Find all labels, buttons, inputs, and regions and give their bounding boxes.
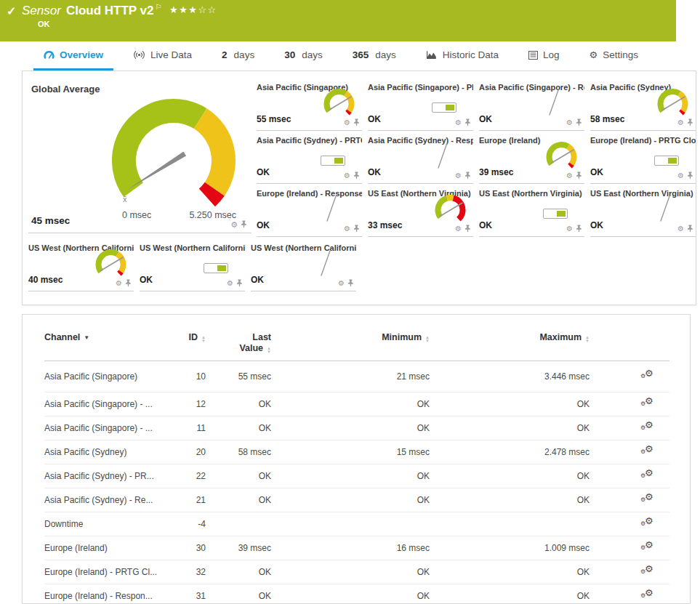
channel-settings-icon[interactable]: ⚙⚙: [640, 370, 655, 382]
settings-icon: ⚙: [590, 50, 598, 60]
toggle-knob: [217, 265, 226, 271]
channel-settings-icon[interactable]: ⚙⚙: [640, 446, 655, 457]
gauge-icon: [44, 50, 55, 60]
tab-overview[interactable]: Overview: [33, 41, 113, 71]
gear-icon[interactable]: ⚙: [344, 119, 350, 126]
gear-icon[interactable]: ⚙: [455, 119, 462, 126]
pin-icon[interactable]: [576, 222, 582, 235]
channel-settings-icon[interactable]: ⚙⚙: [640, 422, 655, 433]
pin-icon[interactable]: [353, 169, 360, 182]
channel-tile[interactable]: Asia Pacific (Sydney) - PRTG ...OK⚙: [257, 134, 362, 184]
gear-icon[interactable]: ⚙: [677, 119, 684, 126]
cell-channel[interactable]: Asia Pacific (Singapore) - ...: [44, 392, 168, 416]
channel-tile[interactable]: US West (Northern California)40 msec⚙: [28, 241, 134, 291]
channel-tile[interactable]: Asia Pacific (Sydney)58 msec⚙: [590, 81, 696, 131]
channel-tile[interactable]: Europe (Ireland) - Response C...OK⚙: [257, 187, 362, 237]
channel-tile[interactable]: Asia Pacific (Singapore)55 msec⚙: [257, 81, 362, 131]
column-header-channel[interactable]: Channel▼: [44, 328, 168, 361]
channel-settings-icon[interactable]: ⚙⚙: [640, 541, 655, 553]
gear-icon[interactable]: ⚙: [116, 280, 122, 287]
cell-maximum: OK: [430, 464, 590, 488]
flag-icon[interactable]: ⚐: [155, 3, 161, 11]
cell-channel[interactable]: Downtime: [44, 512, 168, 536]
gear-icon[interactable]: ⚙: [230, 221, 238, 229]
tile-actions: ⚙: [566, 222, 582, 235]
cell-channel[interactable]: Europe (Ireland) - PRTG Cl...: [44, 560, 168, 584]
channel-settings-icon[interactable]: ⚙⚙: [640, 589, 655, 601]
tab-settings[interactable]: ⚙Settings: [579, 41, 648, 71]
gear-icon[interactable]: ⚙: [677, 172, 684, 180]
tile-value: 55 msec: [257, 114, 291, 124]
channel-settings-icon[interactable]: ⚙⚙: [640, 518, 655, 529]
gear-icon[interactable]: ⚙: [566, 172, 573, 180]
channel-tile[interactable]: US East (Northern Virginia)33 msec⚙: [368, 187, 473, 237]
cell-channel[interactable]: Asia Pacific (Singapore): [44, 361, 168, 392]
pin-icon[interactable]: [125, 277, 132, 290]
tile-actions: ⚙: [455, 169, 471, 182]
tab-live-data[interactable]: Live Data: [123, 41, 202, 71]
gear-icon[interactable]: ⚙: [566, 225, 573, 233]
gear-icon[interactable]: ⚙: [566, 119, 573, 126]
needle-indicator: [435, 140, 454, 171]
cell-id: 10: [168, 361, 206, 392]
pin-icon[interactable]: [576, 116, 582, 129]
pin-icon[interactable]: [353, 222, 360, 235]
channel-tile[interactable]: US West (Northern California)...OK⚙: [251, 241, 356, 291]
needle-indicator: [323, 193, 342, 224]
column-header-last-value[interactable]: LastValue▲▼: [206, 328, 271, 361]
gear-icon[interactable]: ⚙: [455, 225, 462, 233]
cell-channel[interactable]: Asia Pacific (Singapore) - ...: [44, 416, 168, 440]
channel-settings-icon[interactable]: ⚙⚙: [640, 398, 655, 409]
column-header-id[interactable]: ID▲▼: [168, 328, 206, 361]
pin-icon[interactable]: [464, 222, 471, 235]
pin-icon[interactable]: [236, 277, 243, 290]
pin-icon[interactable]: [464, 116, 471, 129]
gear-icon[interactable]: ⚙: [455, 172, 462, 180]
channel-tile[interactable]: Asia Pacific (Sydney) - Respo...OK⚙: [368, 134, 473, 184]
cell-channel[interactable]: Asia Pacific (Sydney): [44, 440, 168, 464]
status-toggle: [543, 209, 568, 219]
pin-icon[interactable]: [687, 116, 693, 129]
needle-indicator: [318, 248, 337, 278]
pin-icon[interactable]: [241, 218, 247, 231]
channel-tile[interactable]: Asia Pacific (Singapore) - PR...OK⚙: [368, 81, 473, 131]
channel-settings-icon[interactable]: ⚙⚙: [640, 494, 655, 505]
cell-channel[interactable]: Asia Pacific (Sydney) - Re...: [44, 488, 168, 512]
channel-tile[interactable]: US East (Northern Virginia) - ...OK⚙: [590, 187, 696, 237]
global-average-tile[interactable]: Global Average x̄ 0 msec 5.250 msec 45 m…: [28, 78, 252, 233]
tab-30-days[interactable]: 30days: [274, 41, 333, 71]
sensor-status-badge: OK: [38, 20, 50, 28]
gear-icon[interactable]: ⚙: [344, 225, 350, 233]
tab-2-days[interactable]: 2days: [212, 41, 265, 71]
channel-settings-icon[interactable]: ⚙⚙: [640, 565, 655, 577]
cell-channel[interactable]: Europe (Ireland): [44, 536, 168, 560]
tab-log[interactable]: Log: [518, 41, 570, 71]
cell-id: 31: [168, 584, 206, 604]
gear-icon[interactable]: ⚙: [677, 225, 684, 233]
pin-icon[interactable]: [353, 116, 360, 129]
gear-icon[interactable]: ⚙: [344, 172, 350, 180]
channel-tile[interactable]: US East (Northern Virginia) - ...OK⚙: [479, 187, 584, 237]
channel-tile[interactable]: Asia Pacific (Singapore) - Res...OK⚙: [479, 81, 584, 131]
pin-icon[interactable]: [347, 277, 354, 290]
column-header-maximum[interactable]: Maximum▲▼: [430, 328, 590, 361]
gear-icon[interactable]: ⚙: [227, 280, 233, 287]
channel-tile[interactable]: Europe (Ireland)39 msec⚙: [479, 134, 584, 184]
status-toggle: [654, 156, 679, 166]
priority-stars[interactable]: ★★★☆☆: [169, 4, 217, 15]
channel-settings-icon[interactable]: ⚙⚙: [640, 470, 655, 481]
gear-icon[interactable]: ⚙: [338, 280, 345, 287]
channel-tile[interactable]: Europe (Ireland) - PRTG Cloud...OK⚙: [590, 134, 696, 184]
pin-icon[interactable]: [687, 222, 693, 235]
channel-tile[interactable]: US West (Northern California)...OK⚙: [140, 241, 245, 291]
pin-icon[interactable]: [687, 169, 693, 182]
pin-icon[interactable]: [464, 169, 471, 182]
toggle-knob: [334, 158, 343, 164]
tab-365-days[interactable]: 365days: [342, 41, 406, 71]
column-header-minimum[interactable]: Minimum▲▼: [271, 328, 430, 361]
cell-channel[interactable]: Asia Pacific (Sydney) - PR...: [44, 464, 168, 488]
pin-icon[interactable]: [576, 169, 582, 182]
cell-minimum: 15 msec: [271, 440, 430, 464]
tab-historic-data[interactable]: Historic Data: [416, 41, 509, 71]
cell-channel[interactable]: Europe (Ireland) - Respon...: [44, 584, 168, 604]
